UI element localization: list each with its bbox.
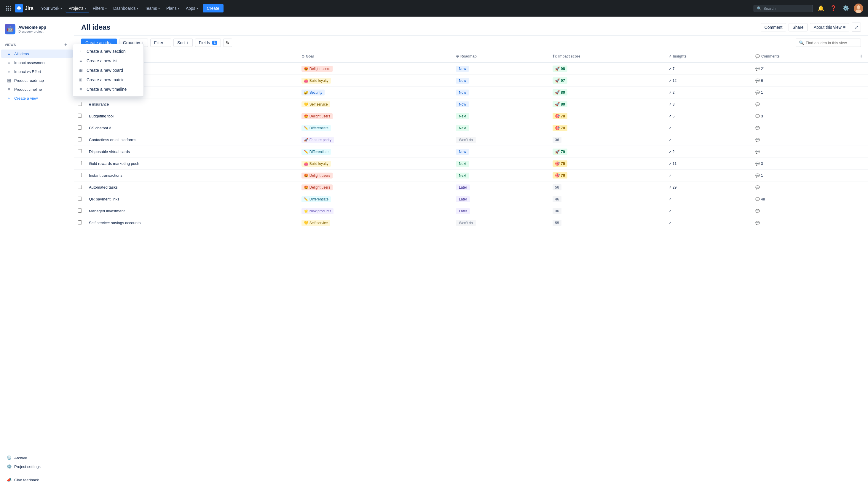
row-idea[interactable]: Contactless on all platforms xyxy=(85,134,298,146)
sidebar-item-all-ideas[interactable]: ≡ All ideas xyxy=(1,50,73,58)
header-add-column[interactable]: + xyxy=(854,50,868,63)
row-idea[interactable]: QR payment links xyxy=(85,193,298,205)
search-box[interactable]: 🔍 Search xyxy=(753,5,813,12)
goal-badge[interactable]: ✏️ Differentiate xyxy=(302,149,331,155)
row-idea[interactable]: Instant transactions xyxy=(85,170,298,182)
impact-score-badge[interactable]: 🎯 75 xyxy=(553,160,567,167)
row-idea[interactable]: Automated tasks xyxy=(85,182,298,193)
goal-badge[interactable]: ✏️ Differentiate xyxy=(302,125,331,131)
roadmap-badge[interactable]: Next xyxy=(456,113,469,119)
filter-button[interactable]: Filter + xyxy=(150,38,171,47)
roadmap-badge[interactable]: Won't do xyxy=(456,137,476,143)
impact-score-badge[interactable]: 🚀 97 xyxy=(553,78,567,84)
create-button[interactable]: Create xyxy=(203,4,223,12)
sidebar-item-project-settings[interactable]: ⚙️ Project settings xyxy=(1,462,73,470)
impact-score-badge[interactable]: 🚀 98 xyxy=(553,65,567,72)
goal-badge[interactable]: 👛 Build loyalty xyxy=(302,78,331,84)
row-idea[interactable]: Managed investment xyxy=(85,205,298,217)
goal-badge[interactable]: 😍 Delight users xyxy=(302,184,333,190)
row-idea[interactable]: Disposable virtual cards xyxy=(85,146,298,158)
row-checkbox[interactable] xyxy=(78,114,82,118)
roadmap-badge[interactable]: Now xyxy=(456,78,469,84)
impact-score-badge[interactable]: 🚀 79 xyxy=(553,149,567,155)
dropdown-item-matrix[interactable]: ⊞ Create a new matrix xyxy=(73,75,144,85)
goal-badge[interactable]: 😍 Delight users xyxy=(302,66,333,72)
idea-search-input[interactable] xyxy=(806,41,858,45)
share-button[interactable]: Share xyxy=(788,23,807,31)
row-idea[interactable]: Gold rewards marketing push xyxy=(85,158,298,170)
fields-button[interactable]: Fields 6 xyxy=(195,38,221,47)
add-column-icon[interactable]: + xyxy=(858,53,864,60)
goal-badge[interactable]: 💛 Self service xyxy=(302,220,330,226)
roadmap-badge[interactable]: Won't do xyxy=(456,220,476,226)
dropdown-item-board[interactable]: ▦ Create a new board xyxy=(73,65,144,75)
impact-score-badge[interactable]: 36 xyxy=(553,137,561,143)
row-checkbox[interactable] xyxy=(78,173,82,177)
nav-filters[interactable]: Filters ▾ xyxy=(90,4,110,12)
row-idea[interactable]: CS chatbot AI xyxy=(85,122,298,134)
goal-badge[interactable]: 💛 Self service xyxy=(302,101,330,108)
nav-plans[interactable]: Plans ▾ xyxy=(163,4,182,12)
roadmap-badge[interactable]: Later xyxy=(456,208,470,214)
goal-badge[interactable]: 😍 Delight users xyxy=(302,113,333,119)
idea-search-box[interactable]: 🔍 xyxy=(796,38,861,47)
nav-dashboards[interactable]: Dashboards ▾ xyxy=(110,4,142,12)
roadmap-badge[interactable]: Now xyxy=(456,149,469,155)
sidebar-item-product-timeline[interactable]: ≡ Product timeline xyxy=(1,85,73,93)
roadmap-badge[interactable]: Next xyxy=(456,125,469,131)
impact-score-badge[interactable]: 🎯 70 xyxy=(553,125,567,131)
sidebar-item-feedback[interactable]: 📣 Give feedback xyxy=(1,476,73,484)
row-checkbox[interactable] xyxy=(78,102,82,106)
impact-score-badge[interactable]: 🎯 78 xyxy=(553,113,567,119)
row-checkbox[interactable] xyxy=(78,137,82,142)
dropdown-item-section[interactable]: › Create a new section xyxy=(73,47,144,56)
row-checkbox[interactable] xyxy=(78,161,82,165)
impact-score-badge[interactable]: 36 xyxy=(553,208,561,214)
impact-score-badge[interactable]: 56 xyxy=(553,184,561,190)
dropdown-item-timeline[interactable]: ≡ Create a new timeline xyxy=(73,85,144,94)
jira-logo[interactable]: Jira xyxy=(15,4,33,12)
settings-icon[interactable]: ⚙️ xyxy=(841,4,850,13)
help-icon[interactable]: ❓ xyxy=(829,4,838,13)
roadmap-badge[interactable]: Next xyxy=(456,173,469,179)
row-idea[interactable]: Self service: savings accounts xyxy=(85,217,298,229)
roadmap-badge[interactable]: Now xyxy=(456,101,469,108)
add-view-button[interactable]: + xyxy=(63,41,69,48)
row-checkbox[interactable] xyxy=(78,220,82,224)
nav-apps[interactable]: Apps ▾ xyxy=(183,4,201,12)
impact-score-badge[interactable]: 🚀 80 xyxy=(553,89,567,95)
nav-projects[interactable]: Projects ▾ xyxy=(65,4,89,12)
impact-score-badge[interactable]: 46 xyxy=(553,196,561,202)
app-grid-button[interactable] xyxy=(5,4,12,12)
roadmap-badge[interactable]: Later xyxy=(456,184,470,190)
goal-badge[interactable]: 😍 Delight users xyxy=(302,173,333,179)
goal-badge[interactable]: 🌟 New products xyxy=(302,208,334,214)
impact-score-badge[interactable]: 🚀 80 xyxy=(553,101,567,108)
impact-score-badge[interactable]: 55 xyxy=(553,220,561,226)
roadmap-badge[interactable]: Now xyxy=(456,90,469,95)
row-checkbox[interactable] xyxy=(78,185,82,189)
impact-score-badge[interactable]: 🎯 76 xyxy=(553,172,567,179)
sidebar-item-create-view[interactable]: + Create a view xyxy=(1,94,73,102)
goal-badge[interactable]: ✏️ Differentiate xyxy=(302,196,331,202)
nav-teams[interactable]: Teams ▾ xyxy=(142,4,162,12)
notifications-icon[interactable]: 🔔 xyxy=(816,4,825,13)
goal-badge[interactable]: 🔐 Security xyxy=(302,90,324,95)
roadmap-badge[interactable]: Later xyxy=(456,196,470,202)
goal-badge[interactable]: 👛 Build loyalty xyxy=(302,161,331,167)
nav-your-work[interactable]: Your work ▾ xyxy=(38,4,65,12)
user-avatar[interactable] xyxy=(854,4,863,13)
goal-badge[interactable]: 🚀 Feature parity xyxy=(302,137,334,143)
row-idea[interactable]: Budgeting tool xyxy=(85,110,298,122)
about-view-button[interactable]: About this view ≡ xyxy=(810,23,849,31)
sidebar-item-impact-assessment[interactable]: ≡ Impact assesment xyxy=(1,58,73,67)
fullscreen-button[interactable]: ⤢ xyxy=(852,23,861,32)
row-checkbox[interactable] xyxy=(78,125,82,130)
dropdown-item-list[interactable]: ≡ Create a new list xyxy=(73,56,144,65)
roadmap-badge[interactable]: Next xyxy=(456,161,469,167)
sort-button[interactable]: Sort + xyxy=(174,38,193,47)
comment-button[interactable]: Comment xyxy=(761,23,786,31)
sidebar-item-impact-effort[interactable]: ⎄ Impact vs Effort xyxy=(1,67,73,75)
row-checkbox[interactable] xyxy=(78,209,82,213)
sidebar-item-product-roadmap[interactable]: ▦ Product roadmap xyxy=(1,76,73,85)
